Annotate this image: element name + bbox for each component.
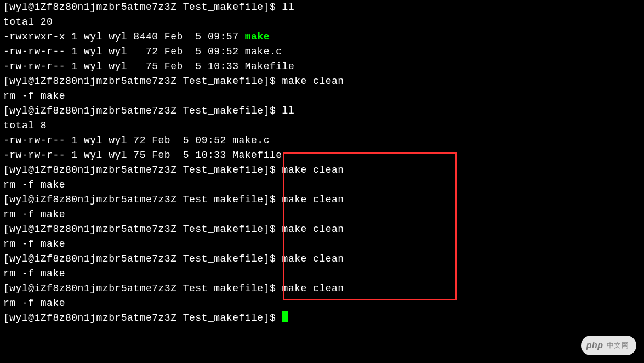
- cursor-icon: [282, 311, 288, 322]
- terminal-line: [wyl@iZf8z80n1jmzbr5atme7z3Z Test_makefi…: [3, 163, 641, 178]
- terminal-line: [wyl@iZf8z80n1jmzbr5atme7z3Z Test_makefi…: [3, 252, 641, 266]
- terminal-line: [wyl@iZf8z80n1jmzbr5atme7z3Z Test_makefi…: [3, 0, 641, 15]
- watermark-label: 中文网: [607, 340, 629, 351]
- terminal-line: rm -f make: [3, 296, 641, 311]
- executable-filename: make: [245, 31, 270, 42]
- terminal-prompt: [wyl@iZf8z80n1jmzbr5atme7z3Z Test_makefi…: [3, 313, 282, 324]
- terminal-line: -rw-rw-r-- 1 wyl wyl 75 Feb 5 10:33 Make…: [3, 148, 641, 163]
- terminal-line: -rw-rw-r-- 1 wyl wyl 72 Feb 5 09:52 make…: [3, 44, 641, 59]
- terminal-line: rm -f make: [3, 89, 641, 104]
- watermark-logo-text: php: [586, 339, 603, 352]
- terminal-line: [wyl@iZf8z80n1jmzbr5atme7z3Z Test_makefi…: [3, 104, 641, 118]
- terminal-line: rm -f make: [3, 207, 641, 222]
- terminal-line: -rwxrwxr-x 1 wyl wyl 8440 Feb 5 09:57 ma…: [3, 30, 641, 44]
- terminal-line: -rw-rw-r-- 1 wyl wyl 72 Feb 5 09:52 make…: [3, 133, 641, 148]
- terminal-line: rm -f make: [3, 237, 641, 252]
- watermark-badge: php 中文网: [581, 336, 636, 355]
- terminal-line: [wyl@iZf8z80n1jmzbr5atme7z3Z Test_makefi…: [3, 222, 641, 237]
- terminal-line: -rw-rw-r-- 1 wyl wyl 75 Feb 5 10:33 Make…: [3, 59, 641, 74]
- terminal-line: rm -f make: [3, 266, 641, 281]
- terminal-line: [wyl@iZf8z80n1jmzbr5atme7z3Z Test_makefi…: [3, 74, 641, 89]
- terminal-line: [wyl@iZf8z80n1jmzbr5atme7z3Z Test_makefi…: [3, 192, 641, 207]
- terminal-line: [wyl@iZf8z80n1jmzbr5atme7z3Z Test_makefi…: [3, 281, 641, 296]
- terminal-line: total 8: [3, 118, 641, 133]
- terminal-output[interactable]: [wyl@iZf8z80n1jmzbr5atme7z3Z Test_makefi…: [3, 0, 641, 326]
- terminal-line: total 20: [3, 15, 641, 30]
- terminal-line: rm -f make: [3, 178, 641, 192]
- terminal-prompt-line[interactable]: [wyl@iZf8z80n1jmzbr5atme7z3Z Test_makefi…: [3, 311, 641, 326]
